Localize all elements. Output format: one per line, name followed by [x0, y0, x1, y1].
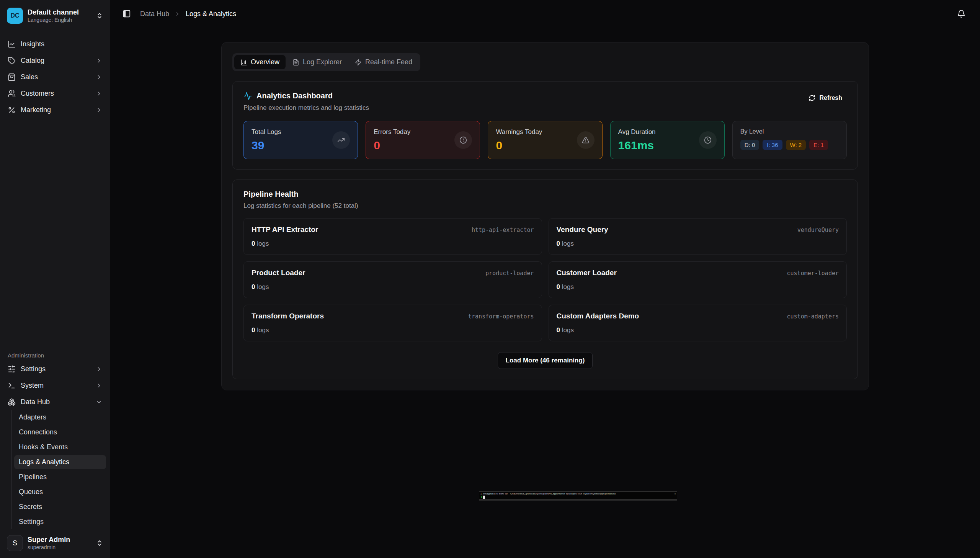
chevron-right-icon: [96, 366, 102, 373]
pipeline-code: http-api-extractor: [472, 226, 534, 233]
sidebar-item-connections[interactable]: Connections: [14, 425, 106, 439]
chevron-right-icon: [96, 90, 102, 97]
administration-section-label: Administration: [0, 352, 110, 362]
tab-log-explorer[interactable]: Log Explorer: [286, 55, 348, 69]
sidebar-item-label: Catalog: [21, 57, 91, 65]
file-text-icon: [292, 59, 299, 66]
sidebar-item-customers[interactable]: Customers: [4, 86, 106, 101]
user-name: Super Admin: [28, 535, 92, 544]
sidebar-item-datahub-settings[interactable]: Settings: [14, 515, 106, 529]
sidebar-item-label: Sales: [21, 73, 91, 81]
app-window: DC Default channel Language: English Ins…: [0, 0, 980, 558]
sidebar-item-hooks-events[interactable]: Hooks & Events: [14, 440, 106, 454]
sidebar-item-label: Data Hub: [21, 398, 91, 406]
percent-icon: [8, 106, 16, 114]
channel-name: Default channel: [28, 8, 92, 17]
pipeline-card[interactable]: HTTP API Extractor http-api-extractor 0 …: [243, 218, 542, 255]
analytics-dashboard-panel: Analytics Dashboard Pipeline execution m…: [232, 81, 858, 169]
level-badge-info: I: 36: [763, 140, 782, 150]
sidebar-item-data-hub[interactable]: Data Hub: [4, 395, 106, 410]
chevron-right-icon: [96, 382, 102, 389]
refresh-button[interactable]: Refresh: [804, 92, 847, 105]
sidebar-item-catalog[interactable]: Catalog: [4, 53, 106, 68]
sidebar-item-secrets[interactable]: Secrets: [14, 500, 106, 514]
tab-realtime-feed[interactable]: Real-time Feed: [349, 55, 419, 69]
pipeline-card[interactable]: Customer Loader customer-loader 0 logs: [548, 261, 847, 298]
channel-language: Language: English: [28, 17, 92, 24]
stat-warnings-today: Warnings Today 0: [488, 121, 602, 159]
load-more-button[interactable]: Load More (46 remaining): [497, 352, 593, 369]
chart-line-icon: [8, 40, 16, 48]
breadcrumb-parent[interactable]: Data Hub: [140, 10, 169, 18]
sidebar-item-logs-analytics[interactable]: Logs & Analytics: [14, 455, 106, 469]
terminal-cursor: [483, 496, 485, 499]
sidebar-item-sales[interactable]: Sales: [4, 70, 106, 85]
main-area: Data Hub Logs & Analytics Overview: [110, 0, 980, 558]
stat-label: Total Logs: [251, 128, 332, 136]
pipeline-code: customer-loader: [787, 270, 839, 277]
stat-label: Warnings Today: [496, 128, 576, 136]
pipeline-card[interactable]: Transform Operators transform-operators …: [243, 305, 542, 341]
chevron-right-icon: [96, 74, 102, 80]
chevron-right-icon: [96, 57, 102, 64]
user-menu[interactable]: S Super Admin superadmin: [4, 533, 106, 553]
pipeline-log-unit: logs: [560, 240, 574, 247]
pipeline-code: custom-adapters: [787, 313, 839, 320]
stat-value: 161ms: [618, 139, 699, 152]
pipeline-log-count: 0: [556, 240, 560, 247]
terminal-icon: [8, 382, 16, 390]
user-avatar: S: [7, 535, 23, 551]
stat-total-logs: Total Logs 39: [243, 121, 358, 159]
logs-analytics-card: Overview Log Explorer Real-time Feed: [221, 42, 869, 391]
level-badge-debug: D: 0: [740, 140, 760, 150]
shopping-bag-icon: [8, 73, 16, 81]
mini-terminal-title: 1. mfsd@robot-sl-blithe-t5f: ~/Documents…: [481, 492, 618, 495]
pipeline-log-unit: logs: [255, 283, 269, 290]
zap-icon: [355, 59, 362, 66]
activity-icon: [243, 92, 252, 100]
by-level-badges: D: 0 I: 36 W: 2 E: 1: [740, 140, 839, 150]
sidebar-spacer: [0, 118, 110, 352]
chevron-right-icon: [96, 107, 102, 113]
tab-overview[interactable]: Overview: [234, 55, 286, 69]
sidebar-item-queues[interactable]: Queues: [14, 485, 106, 499]
mini-terminal-window[interactable]: 1. mfsd@robot-sl-blithe-t5f: ~/Documents…: [479, 491, 677, 501]
pipeline-code: vendureQuery: [798, 226, 839, 233]
pipeline-card[interactable]: Custom Adapters Demo custom-adapters 0 l…: [548, 305, 847, 341]
clock-icon: [699, 131, 717, 149]
sidebar-item-marketing[interactable]: Marketing: [4, 103, 106, 118]
chevrons-up-down-icon: [96, 540, 103, 547]
pipeline-log-count: 0: [556, 327, 560, 334]
channel-switcher[interactable]: DC Default channel Language: English: [4, 5, 106, 26]
mini-terminal-controls: - x: [673, 492, 676, 495]
sidebar-toggle-button[interactable]: [120, 7, 133, 20]
chevron-right-icon: [174, 11, 180, 17]
level-badge-warn: W: 2: [786, 140, 806, 150]
boxes-icon: [8, 398, 16, 406]
pipeline-name: Customer Loader: [556, 269, 617, 277]
pipeline-card[interactable]: Product Loader product-loader 0 logs: [243, 261, 542, 298]
page-content: Overview Log Explorer Real-time Feed: [110, 28, 980, 558]
top-bar: Data Hub Logs & Analytics: [110, 0, 980, 28]
notifications-button[interactable]: [955, 7, 968, 20]
stat-label: Avg Duration: [618, 128, 699, 136]
pipeline-card[interactable]: Vendure Query vendureQuery 0 logs: [548, 218, 847, 255]
sidebar-item-system[interactable]: System: [4, 378, 106, 393]
pipeline-grid: HTTP API Extractor http-api-extractor 0 …: [243, 218, 847, 341]
breadcrumb-current: Logs & Analytics: [185, 10, 236, 18]
users-icon: [8, 90, 16, 98]
chart-column-icon: [240, 59, 247, 66]
sidebar-item-settings[interactable]: Settings: [4, 362, 106, 377]
pipeline-name: Transform Operators: [251, 312, 324, 320]
data-hub-subtree: Adapters Connections Hooks & Events Logs…: [11, 410, 106, 529]
stat-value: 0: [374, 139, 455, 152]
stat-value: 39: [251, 139, 332, 152]
sidebar-item-label: Marketing: [21, 106, 91, 114]
panel-title: Analytics Dashboard: [256, 92, 333, 100]
sidebar-item-adapters[interactable]: Adapters: [14, 410, 106, 424]
pipeline-log-count: 0: [556, 283, 560, 290]
sidebar-item-pipelines[interactable]: Pipelines: [14, 470, 106, 484]
breadcrumb: Data Hub Logs & Analytics: [140, 10, 236, 18]
sidebar-item-insights[interactable]: Insights: [4, 37, 106, 52]
tab-label: Real-time Feed: [365, 58, 412, 66]
